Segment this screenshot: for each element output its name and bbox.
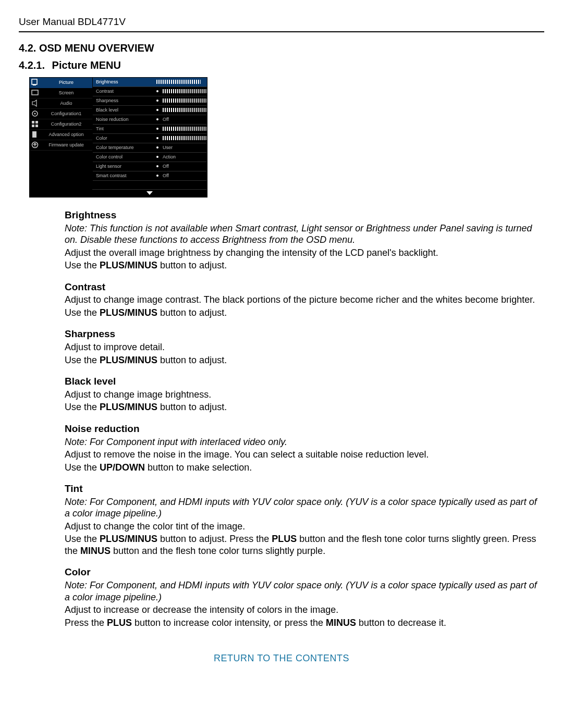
osd-menu-icon (30, 79, 40, 86)
osd-option-row: Tint (93, 125, 207, 134)
noise-desc: Adjust to remove the noise in the image.… (65, 449, 544, 461)
osd-slider (163, 98, 207, 103)
osd-option-label: Color temperature (93, 145, 153, 151)
section-heading: 4.2. OSD MENU OVERVIEW (19, 42, 544, 55)
osd-option-label: Sharpness (93, 98, 153, 104)
contrast-title: Contrast (65, 281, 544, 293)
brightness-note: Note: This function is not available whe… (65, 223, 544, 246)
osd-option-row: Smart contrastOff (93, 171, 207, 181)
osd-sidebar-label: Configuration1 (40, 111, 92, 117)
return-to-contents-link[interactable]: RETURN TO THE CONTENTS (19, 652, 544, 664)
osd-option-value: Off (163, 173, 169, 179)
contrast-desc: Adjust to change image contrast. The bla… (65, 294, 544, 306)
bullet-icon (156, 146, 158, 149)
contrast-adjust: Use the PLUS/MINUS button to adjust. (65, 307, 544, 319)
osd-footer-arrow (92, 189, 207, 197)
bullet-icon (156, 118, 158, 120)
osd-option-label: Noise reduction (93, 117, 153, 122)
osd-sidebar-label: Firmware update (40, 142, 92, 148)
sharpness-desc: Adjust to improve detail. (65, 341, 544, 353)
section-number: 4.2. (19, 42, 36, 54)
color-title: Color (65, 566, 544, 578)
osd-sidebar-label: Advanced option (40, 132, 92, 138)
osd-option-row: Color (93, 134, 207, 143)
osd-slider (163, 136, 207, 140)
color-desc: Adjust to increase or decrease the inten… (65, 604, 544, 616)
osd-menu-icon (30, 100, 40, 107)
svg-point-4 (34, 113, 36, 115)
svg-rect-7 (32, 125, 34, 127)
osd-option-row: Color controlAction (93, 153, 207, 162)
color-note: Note: For Component, and HDMI inputs wit… (65, 579, 544, 603)
osd-sidebar: PictureScreenAudioConfiguration1Configur… (30, 78, 92, 189)
osd-sidebar-label: Picture (40, 80, 92, 85)
osd-sidebar-label: Configuration2 (40, 121, 92, 127)
tint-adjust: Use the PLUS/MINUS button to adjust. Pre… (65, 533, 544, 557)
bullet-icon (156, 100, 158, 102)
svg-rect-1 (33, 84, 36, 85)
tint-title: Tint (65, 483, 544, 495)
osd-option-row: Light sensorOff (93, 162, 207, 171)
osd-menu-icon (30, 131, 40, 138)
osd-slider (163, 127, 207, 131)
osd-sidebar-label: Audio (40, 101, 92, 106)
osd-slider (163, 89, 207, 93)
bullet-icon (156, 109, 158, 111)
brightness-title: Brightness (65, 209, 544, 221)
osd-menu-icon (30, 141, 40, 149)
osd-option-label: Tint (93, 126, 153, 132)
osd-sidebar-item: Configuration2 (30, 119, 92, 130)
blacklevel-adjust: Use the PLUS/MINUS button to adjust. (65, 401, 544, 413)
noise-title: Noise reduction (65, 423, 544, 435)
content-body: Brightness Note: This function is not av… (65, 209, 544, 628)
page-header: User Manual BDL4771V (19, 16, 544, 32)
section-title: OSD MENU OVERVIEW (39, 42, 154, 54)
bullet-icon (156, 137, 158, 139)
osd-menu-icon (30, 89, 40, 96)
osd-screenshot: PictureScreenAudioConfiguration1Configur… (29, 77, 207, 198)
osd-option-value: Off (163, 117, 169, 122)
subsection-title: Picture MENU (52, 59, 121, 71)
osd-option-row: Sharpness (93, 96, 207, 106)
osd-option-row: Black level (93, 106, 207, 115)
osd-option-row: Noise reductionOff (93, 115, 207, 125)
bullet-icon (156, 90, 158, 92)
noise-note: Note: For Component input with interlace… (65, 436, 544, 448)
osd-sidebar-item: Firmware update (30, 140, 92, 151)
osd-sidebar-item: Audio (30, 98, 92, 109)
bullet-icon (156, 165, 158, 167)
osd-option-label: Brightness (93, 79, 153, 85)
bullet-icon (156, 175, 158, 177)
osd-options: BrightnessContrastSharpnessBlack levelNo… (92, 78, 207, 189)
noise-adjust: Use the UP/DOWN button to make selection… (65, 462, 544, 474)
osd-option-value: Action (163, 154, 176, 160)
tint-desc: Adjust to change the color tint of the i… (65, 521, 544, 533)
blacklevel-title: Black level (65, 375, 544, 388)
bullet-icon (156, 156, 158, 158)
osd-option-row: Contrast (93, 87, 207, 96)
subsection-heading: 4.2.1. Picture MENU (19, 59, 544, 72)
osd-option-label: Color (93, 135, 153, 141)
osd-option-label: Color control (93, 154, 153, 160)
subsection-number: 4.2.1. (19, 59, 45, 72)
sharpness-adjust: Use the PLUS/MINUS button to adjust. (65, 354, 544, 366)
svg-rect-6 (35, 121, 38, 124)
osd-option-label: Light sensor (93, 164, 153, 169)
color-adjust: Press the PLUS button to increase color … (65, 617, 544, 629)
osd-option-value: Off (163, 164, 169, 169)
osd-option-row: Color temperatureUser (93, 143, 207, 153)
brightness-desc: Adjust the overall image brightness by c… (65, 247, 544, 259)
osd-option-label: Black level (93, 107, 153, 113)
tint-note: Note: For Component, and HDMI inputs wit… (65, 496, 544, 520)
osd-footer-spacer (30, 189, 92, 196)
svg-rect-8 (35, 125, 38, 127)
osd-option-label: Contrast (93, 89, 153, 94)
osd-slider (163, 108, 207, 112)
svg-rect-0 (32, 79, 37, 84)
osd-slider (156, 80, 201, 84)
svg-rect-9 (32, 131, 36, 138)
osd-option-label: Smart contrast (93, 173, 153, 179)
brightness-adjust: Use the PLUS/MINUS button to adjust. (65, 260, 544, 272)
blacklevel-desc: Adjust to change image brightness. (65, 389, 544, 401)
osd-menu-icon (30, 120, 40, 128)
